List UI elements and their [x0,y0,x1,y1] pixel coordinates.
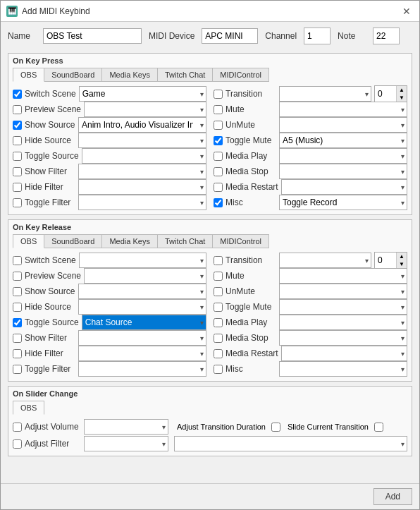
slider-filter-extra-select[interactable] [174,436,407,451]
release-show-filter-cb[interactable] [13,334,22,343]
release-toggle-source-label: Toggle Source [25,317,79,327]
slider-adjust-volume-cb[interactable] [13,423,22,432]
press-toggle-mute-cb[interactable] [214,136,223,145]
release-unmute-select[interactable] [279,284,407,299]
press-media-restart-select[interactable] [281,179,407,195]
press-hide-filter-cb[interactable] [13,183,22,192]
release-show-source-select[interactable] [78,284,206,299]
release-hide-filter-cb[interactable] [13,349,22,358]
tab-obs-press[interactable]: OBS [13,68,44,82]
release-transition-spin-down[interactable]: ▼ [397,260,407,268]
press-media-play-select[interactable] [279,148,407,164]
release-toggle-mute-select[interactable] [279,299,407,315]
press-toggle-filter-cb[interactable] [13,198,22,207]
press-show-filter-select-wrap [78,164,206,179]
release-transition-num[interactable] [375,253,396,268]
press-toggle-mute-select[interactable]: A5 (Music) [279,133,407,148]
tab-soundboard-release[interactable]: SoundBoard [44,234,102,248]
press-toggle-source-cb[interactable] [13,152,22,161]
adjust-transition-cb[interactable] [271,423,280,432]
press-mute-select[interactable] [279,102,407,117]
midi-device-input[interactable] [202,28,258,44]
press-preview-scene-cb[interactable] [13,105,22,114]
slider-adjust-filter-cb[interactable] [13,439,22,449]
tab-midicontrol-press[interactable]: MIDIControl [212,68,269,82]
press-media-stop-cb[interactable] [214,167,223,176]
press-toggle-filter-select[interactable] [78,195,206,210]
press-mute-cb[interactable] [214,105,223,114]
press-hide-source-cb[interactable] [13,136,22,145]
release-mute-select-wrap [279,268,407,284]
name-input[interactable] [43,28,142,44]
release-transition-spin-up[interactable]: ▲ [397,253,407,260]
release-preview-scene-cb[interactable] [13,272,22,281]
press-switch-scene-cb[interactable] [13,90,22,99]
tab-mediakeys-release[interactable]: Media Keys [101,234,157,248]
release-toggle-filter-cb[interactable] [13,365,22,374]
press-unmute-cb[interactable] [214,121,223,130]
close-button[interactable]: ✕ [400,4,414,18]
release-transition-cb[interactable] [214,256,223,265]
release-media-play-select[interactable] [279,315,407,330]
press-media-stop-select[interactable] [279,164,407,179]
release-media-stop-select[interactable] [279,330,407,346]
slider-adjust-volume-select[interactable] [84,419,168,435]
press-transition-spin-up[interactable]: ▲ [397,86,407,94]
slider-adjust-filter-select[interactable] [84,436,168,451]
release-mute-cb[interactable] [214,272,223,281]
release-show-filter-select[interactable] [78,330,206,346]
release-toggle-filter-select[interactable] [78,361,206,377]
tab-soundboard-press[interactable]: SoundBoard [44,68,102,82]
press-show-source-select[interactable]: Anim Intro, Audio Visualizer Intro [78,117,206,133]
press-show-filter-cb[interactable] [13,167,22,176]
press-misc-select[interactable]: Toggle Record [279,195,407,210]
channel-input[interactable] [304,28,330,44]
tab-obs-release[interactable]: OBS [13,234,44,248]
press-transition-num[interactable] [375,86,396,102]
release-hide-source-select[interactable] [78,299,206,315]
press-transition-select[interactable] [279,86,371,102]
release-toggle-mute-cb[interactable] [214,303,223,312]
release-hide-filter-select[interactable] [78,346,206,361]
release-media-restart-select[interactable] [281,346,407,361]
press-media-restart-cb[interactable] [214,183,223,192]
release-mute-select[interactable] [279,268,407,284]
release-toggle-source-cb[interactable] [13,318,22,327]
press-transition-row: Transition ▲ ▼ [214,86,407,102]
release-media-play-cb[interactable] [214,318,223,327]
press-show-source-cb[interactable] [13,121,22,130]
release-switch-scene-select[interactable] [79,253,206,268]
release-show-source-cb[interactable] [13,287,22,296]
press-unmute-select[interactable] [279,117,407,133]
release-transition-select[interactable] [279,253,371,268]
tab-midicontrol-release[interactable]: MIDIControl [212,234,269,248]
release-hide-source-cb[interactable] [13,303,22,312]
press-toggle-source-select[interactable] [82,148,206,164]
release-media-restart-cb[interactable] [214,349,223,358]
release-unmute-cb[interactable] [214,287,223,296]
press-hide-source-select[interactable] [78,133,206,148]
press-switch-scene-select[interactable]: Game [79,86,206,102]
release-misc-cb[interactable] [214,365,223,374]
release-media-stop-cb[interactable] [214,334,223,343]
press-preview-scene-select[interactable] [84,102,206,117]
press-transition-cb[interactable] [214,90,223,99]
release-misc-select[interactable] [279,361,407,377]
tab-obs-slider[interactable]: OBS [13,401,44,415]
press-hide-filter-select[interactable] [78,179,206,195]
footer: Add [1,483,419,509]
slide-current-cb[interactable] [374,423,383,432]
press-show-filter-select[interactable] [78,164,206,179]
press-media-play-cb[interactable] [214,152,223,161]
release-toggle-source-select[interactable]: Chat Source [82,315,206,330]
press-misc-cb[interactable] [214,198,223,207]
tab-mediakeys-press[interactable]: Media Keys [101,68,157,82]
tab-twitchchat-release[interactable]: Twitch Chat [157,234,213,248]
release-preview-scene-select[interactable] [84,268,206,284]
press-transition-spin-down[interactable]: ▼ [397,94,407,102]
release-switch-scene-cb[interactable] [13,256,22,265]
tab-twitchchat-press[interactable]: Twitch Chat [157,68,213,82]
release-transition-label: Transition [226,255,276,265]
add-button[interactable]: Add [373,488,412,505]
note-input[interactable] [373,28,399,44]
